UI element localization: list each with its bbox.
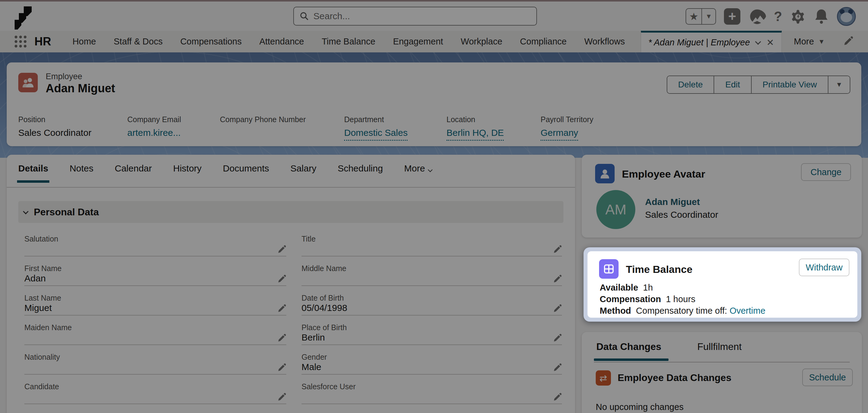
field-maiden-name: Maiden Name xyxy=(24,323,286,345)
field-label: Company Email xyxy=(127,115,181,124)
detail-tab-notes[interactable]: Notes xyxy=(69,163,93,182)
time-balance-title: Time Balance xyxy=(626,263,692,275)
detail-tab-documents[interactable]: Documents xyxy=(223,163,269,182)
employee-data-changes-title: Employee Data Changes xyxy=(618,372,731,383)
changes-tab-data-changes[interactable]: Data Changes xyxy=(596,341,661,360)
edit-button[interactable]: Edit xyxy=(714,76,751,93)
change-avatar-button[interactable]: Change xyxy=(801,163,851,181)
data-changes-card: Data ChangesFullfilment ⇄ Employee Data … xyxy=(582,332,862,413)
edit-pencil-icon[interactable] xyxy=(277,245,286,254)
global-search xyxy=(293,7,537,26)
flair-logo xyxy=(13,5,37,30)
row-value: 1 hours xyxy=(666,294,695,304)
time-balance-row-method: MethodCompensatory time off: Overtime xyxy=(600,305,765,316)
object-label: Employee xyxy=(46,72,82,81)
record-header-card: Employee Adan Miguet DeleteEditPrintable… xyxy=(7,62,861,146)
record-tab-label: * Adan Miguet | Employee xyxy=(648,37,750,47)
edit-pencil-icon[interactable] xyxy=(553,392,562,402)
tab-engagement[interactable]: Engagement xyxy=(393,36,443,46)
more-tabs-label: More xyxy=(794,36,814,46)
edit-pencil-icon[interactable] xyxy=(553,245,562,254)
field-label: Date of Birth xyxy=(302,294,562,303)
edit-pencil-icon[interactable] xyxy=(553,333,562,343)
tab-home[interactable]: Home xyxy=(72,36,96,46)
field-nationality: Nationality xyxy=(24,353,286,375)
field-first-name: First NameAdan xyxy=(24,264,286,286)
header-field-department: DepartmentDomestic Sales xyxy=(344,115,407,141)
detail-tab-history[interactable]: History xyxy=(173,163,202,182)
tab-compliance[interactable]: Compliance xyxy=(520,36,566,46)
astro-user-avatar[interactable] xyxy=(837,7,856,26)
edit-pencil-icon[interactable] xyxy=(277,333,286,343)
more-actions-caret-button[interactable]: ▼ xyxy=(828,76,850,93)
row-label: Compensation xyxy=(600,294,661,304)
detail-tab-details[interactable]: Details xyxy=(18,163,48,182)
section-chevron-icon xyxy=(23,209,28,214)
field-value-link[interactable]: Berlin HQ, DE xyxy=(446,128,504,141)
field-value-link[interactable]: Domestic Sales xyxy=(344,128,407,141)
field-last-name: Last NameMiguet xyxy=(24,294,286,316)
employee-object-icon xyxy=(18,73,38,92)
detail-tab-salary[interactable]: Salary xyxy=(290,163,316,182)
favorites-button-group: ★ ▼ xyxy=(686,8,716,25)
field-label: Maiden Name xyxy=(24,323,286,332)
tab-staff-docs[interactable]: Staff & Docs xyxy=(114,36,163,46)
header-field-payroll-territory: Payroll TerritoryGermany xyxy=(540,115,593,141)
tab-workplace[interactable]: Workplace xyxy=(461,36,502,46)
trailhead-icon[interactable] xyxy=(748,8,766,25)
more-tabs-menu[interactable]: More ▼ xyxy=(794,36,825,46)
field-label: Location xyxy=(446,115,504,124)
tab-workflows[interactable]: Workflows xyxy=(584,36,625,46)
tab-compensations[interactable]: Compensations xyxy=(180,36,242,46)
field-value-link[interactable]: Germany xyxy=(540,128,578,141)
overtime-link[interactable]: Overtime xyxy=(730,306,765,316)
section-title: Personal Data xyxy=(34,206,99,218)
row-value: 1h xyxy=(643,283,653,292)
detail-tab-scheduling[interactable]: Scheduling xyxy=(338,163,383,182)
detail-tab-calendar[interactable]: Calendar xyxy=(115,163,152,182)
search-input[interactable] xyxy=(313,11,531,21)
tab-record-adan-miguet[interactable]: * Adan Miguet | Employee ✕ xyxy=(641,31,782,53)
tab-attendance[interactable]: Attendance xyxy=(259,36,304,46)
edit-tabs-pencil-icon[interactable] xyxy=(843,36,854,46)
changes-tab-fullfilment[interactable]: Fullfilment xyxy=(697,341,742,360)
printable-view-button[interactable]: Printable View xyxy=(752,76,828,93)
nav-tabs: HomeStaff & DocsCompensationsAttendanceT… xyxy=(72,36,625,46)
delete-button[interactable]: Delete xyxy=(667,76,714,93)
edit-pencil-icon[interactable] xyxy=(553,304,562,313)
record-tab-close-icon[interactable]: ✕ xyxy=(766,37,774,48)
detail-tabs: DetailsNotesCalendarHistoryDocumentsSala… xyxy=(18,163,432,182)
edit-pencil-icon[interactable] xyxy=(553,275,562,284)
notifications-bell-icon[interactable] xyxy=(814,8,829,25)
favorites-caret-icon[interactable]: ▼ xyxy=(702,9,715,24)
field-value: 05/04/1998 xyxy=(302,303,347,313)
record-tab-chevron-icon[interactable] xyxy=(755,39,761,45)
edit-pencil-icon[interactable] xyxy=(277,392,286,402)
section-personal-data[interactable]: Personal Data xyxy=(18,201,563,223)
edit-pencil-icon[interactable] xyxy=(277,275,286,284)
tab-time-balance[interactable]: Time Balance xyxy=(321,36,375,46)
help-icon[interactable]: ? xyxy=(774,9,782,24)
app-name[interactable]: HR xyxy=(34,35,51,48)
withdraw-button[interactable]: Withdraw xyxy=(799,259,849,276)
favorites-star-icon[interactable]: ★ xyxy=(686,9,702,24)
schedule-button[interactable]: Schedule xyxy=(802,369,853,386)
avatar-employee-role: Sales Coordinator xyxy=(645,210,718,220)
field-label: Salesforce User xyxy=(302,382,562,391)
global-actions-plus-icon[interactable]: + xyxy=(724,8,740,25)
field-label: Place of Birth xyxy=(302,323,562,332)
edit-pencil-icon[interactable] xyxy=(277,363,286,372)
time-balance-row-available: Available1h xyxy=(600,282,765,293)
field-value-link[interactable]: artem.kiree... xyxy=(127,128,181,138)
field-title: Title xyxy=(302,234,562,256)
edit-pencil-icon[interactable] xyxy=(277,304,286,313)
personal-data-fields: SalutationTitleFirst NameAdanMiddle Name… xyxy=(24,234,562,413)
avatar-employee-name-link[interactable]: Adan Miguet xyxy=(645,197,700,207)
edit-pencil-icon[interactable] xyxy=(553,363,562,372)
time-balance-card: Time Balance Withdraw Available1hCompens… xyxy=(588,251,857,318)
app-launcher-icon[interactable] xyxy=(14,36,27,47)
setup-gear-icon[interactable] xyxy=(790,8,806,24)
detail-tab-more[interactable]: More xyxy=(404,163,432,182)
field-label: Salutation xyxy=(24,234,286,243)
field-label: Social Insurance Group xyxy=(24,412,286,413)
